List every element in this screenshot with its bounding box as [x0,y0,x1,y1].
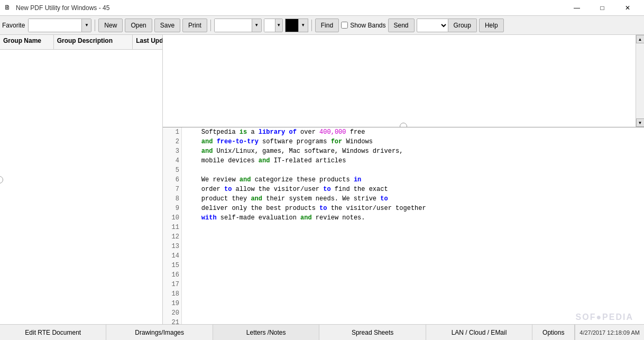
col-group-name: Group Name [0,35,54,49]
right-panel: ▲ ▼ 123456789101112131415161718192021222… [163,35,644,324]
code-line [186,289,640,299]
format-input[interactable] [215,19,252,32]
line-number: 9 [163,204,179,213]
code-line: deliver only the best products to the vi… [186,204,640,213]
line-number: 4 [163,156,179,166]
code-editor: 1234567891011121314151617181920212223242… [163,127,644,324]
keyword-blue: to [319,205,327,212]
code-line: Softpedia is a library of over 400,000 f… [186,127,640,137]
line-number: 21 [163,318,179,324]
keyword-green: and [259,157,270,164]
keyword-green: and [251,195,262,203]
keyword-blue: with [201,214,217,222]
line-number: 8 [163,194,179,204]
keyword-blue: to [224,186,232,193]
show-bands-checkbox-label[interactable]: Show Bands [341,22,385,29]
scroll-up-arrow[interactable]: ▲ [636,35,645,43]
col-group-desc: Group Description [54,35,133,49]
app-icon: 🗎 [4,4,13,12]
print-button[interactable]: Print [182,19,207,32]
page-dropdown[interactable]: ▼ [264,19,283,32]
code-line [186,242,640,251]
maximize-button[interactable]: □ [590,0,614,16]
tab-spreadsheets[interactable]: Spread Sheets [319,325,426,340]
page-input[interactable] [264,19,275,32]
open-button[interactable]: Open [125,19,152,32]
color-dropdown-btn[interactable]: ▼ [299,19,308,32]
group-select[interactable] [417,19,448,32]
line-number: 12 [163,232,179,242]
new-button[interactable]: New [98,19,123,32]
status-datetime: 4/27/2017 12:18:09 AM [575,325,644,340]
scroll-down-arrow[interactable]: ▼ [636,118,645,127]
keyword-magenta: 400,000 [319,128,346,136]
favorite-input[interactable] [29,19,81,32]
keyword-green: and [300,214,312,222]
code-line: mobile devices and IT-related articles [186,156,640,166]
line-number: 6 [163,175,179,185]
line-number: 15 [163,261,179,270]
code-content[interactable]: Softpedia is a library of over 400,000 f… [182,127,644,324]
sep3 [311,20,312,31]
code-line [186,232,640,242]
help-button[interactable]: Help [479,19,504,32]
tab-letters[interactable]: Letters /Notes [213,325,319,340]
col-last-upd: Last Upd [133,35,162,49]
keyword-green: is [240,128,247,136]
close-button[interactable]: ✕ [615,0,640,16]
main-area: Group Name Group Description Last Upd ▲ … [0,35,644,324]
keyword-green: and [201,138,213,145]
code-line [186,299,640,308]
code-line [186,308,640,318]
group-select-wrap: Group [417,19,477,32]
line-number: 7 [163,185,179,194]
favorite-label: Favorite [2,22,25,29]
line-number: 18 [163,289,179,299]
tab-edit-rte[interactable]: Edit RTE Document [0,325,106,340]
code-line [186,318,640,324]
send-button[interactable]: Send [388,19,415,32]
line-number: 5 [163,166,179,175]
show-bands-label: Show Bands [350,22,385,29]
color-box[interactable] [285,19,299,32]
line-number: 13 [163,242,179,251]
save-button[interactable]: Save [154,19,180,32]
keyword-green: and [240,176,251,183]
code-line: and Unix/Linux, games, Mac software, Win… [186,146,640,156]
favorite-dropdown-btn[interactable]: ▼ [81,19,91,32]
show-bands-checkbox[interactable] [341,22,348,29]
window-controls: — □ ✕ [565,0,640,16]
preview-area: ▲ ▼ [163,35,644,127]
keyword-blue: to [380,195,388,203]
window-title: New PDF Utility for Windows - 45 [16,4,565,12]
toolbar: Favorite ▼ New Open Save Print ▼ ▼ ▼ Fin… [0,16,644,35]
minimize-button[interactable]: — [565,0,589,16]
code-line [186,251,640,261]
left-panel: Group Name Group Description Last Upd [0,35,163,324]
line-number: 2 [163,137,179,146]
code-line [186,280,640,289]
tab-options[interactable]: Options [532,325,575,340]
line-number: 11 [163,223,179,232]
group-button[interactable]: Group [448,19,477,32]
keyword-green: for [331,138,343,145]
format-dropdown-btn[interactable]: ▼ [252,19,261,32]
format-dropdown[interactable]: ▼ [214,19,262,32]
keyword-green: and [201,148,213,155]
find-button[interactable]: Find [315,19,339,32]
code-line: order to allow the visitor/user to find … [186,185,640,194]
scroll-track [636,43,644,118]
page-dropdown-btn[interactable]: ▼ [275,19,282,32]
status-bar: Edit RTE Document Drawings/Images Letter… [0,324,644,340]
keyword-blue: free-to-try [217,138,259,145]
keyword-blue: library [259,128,285,136]
left-panel-header: Group Name Group Description Last Upd [0,35,162,50]
tab-lan-cloud[interactable]: LAN / Cloud / EMail [426,325,532,340]
code-line [186,261,640,270]
line-number: 3 [163,146,179,156]
divider-handle[interactable] [400,123,407,127]
line-number: 10 [163,213,179,223]
tab-drawings[interactable]: Drawings/Images [106,325,213,340]
code-line: with self-made evaluation and review not… [186,213,640,223]
favorite-dropdown[interactable]: ▼ [28,19,91,32]
